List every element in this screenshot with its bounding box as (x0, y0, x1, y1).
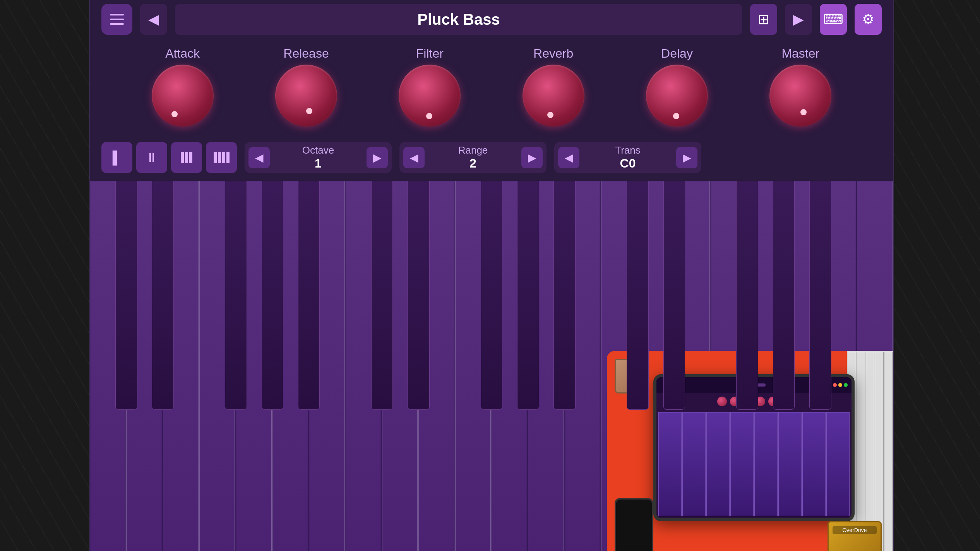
black-key-11[interactable] (663, 181, 685, 410)
reverb-knob-container: Reverb (523, 46, 584, 127)
attack-label: Attack (165, 46, 200, 61)
next-preset-button[interactable]: ▶ (785, 4, 812, 35)
tablet-key-5 (754, 412, 778, 516)
tablet-key-6 (778, 412, 802, 516)
control-bar: ▌ ⏸ (90, 134, 893, 181)
prev-preset-button[interactable]: ◀ (140, 4, 167, 35)
snapshot-icon: ⊞ (758, 11, 769, 27)
delay-knob[interactable] (646, 65, 708, 127)
tablet-piano-keys (658, 412, 850, 516)
octave-prev-button[interactable]: ◀ (248, 147, 270, 168)
master-knob-container: Master (769, 46, 831, 127)
range-prev-icon: ◀ (410, 151, 418, 164)
keyboard-icon: ⌨ (823, 11, 843, 27)
top-bar: ◀ Pluck Bass ⊞ ▶ ⌨ ⚙ (90, 0, 893, 39)
tablet-key-7 (802, 412, 826, 516)
range-prev-button[interactable]: ◀ (403, 147, 425, 168)
attack-knob-container: Attack (152, 46, 214, 127)
black-key-6[interactable] (408, 181, 430, 410)
delay-knob-container: Delay (646, 46, 708, 127)
filter-label: Filter (416, 46, 444, 61)
pause-button[interactable]: ⏸ (136, 142, 167, 173)
menu-line-1 (110, 14, 124, 15)
next-arrow-icon: ▶ (793, 11, 804, 27)
trans-prev-icon: ◀ (565, 151, 573, 164)
video-pedal: OverDrive (828, 521, 882, 551)
black-key-14[interactable] (809, 181, 831, 410)
preset-name-display: Pluck Bass (175, 4, 742, 35)
octave-next-icon: ▶ (373, 151, 382, 164)
range-control: ◀ Range 2 ▶ (399, 142, 547, 173)
master-knob[interactable] (769, 65, 831, 127)
video-key-5 (884, 352, 893, 551)
octave-value: 1 (274, 156, 363, 171)
black-key-13[interactable] (773, 181, 795, 410)
trans-control: ◀ Trans C0 ▶ (554, 142, 701, 173)
pedal-label: OverDrive (833, 526, 877, 534)
release-knob[interactable] (275, 65, 337, 127)
piano-area: OverDrive 📊 (90, 181, 893, 551)
reverb-knob[interactable] (523, 65, 584, 127)
reverb-knob-indicator (547, 112, 553, 118)
record-button[interactable] (206, 142, 237, 173)
right-decoration (891, 0, 980, 551)
black-key-3[interactable] (262, 181, 284, 410)
delay-label: Delay (661, 46, 693, 61)
stop-icon (181, 152, 192, 163)
video-phone (615, 498, 653, 551)
preset-name-text: Pluck Bass (417, 11, 500, 28)
menu-button[interactable] (101, 4, 132, 35)
snapshot-button[interactable]: ⊞ (750, 4, 777, 35)
black-key-0[interactable] (115, 181, 137, 410)
black-key-12[interactable] (736, 181, 758, 410)
playback-buttons: ▌ ⏸ (101, 142, 237, 173)
master-label: Master (781, 46, 819, 61)
prev-arrow-icon: ◀ (148, 11, 159, 27)
delay-knob-indicator (673, 113, 679, 119)
play-icon: ▌ (113, 151, 122, 165)
stop-button[interactable] (171, 142, 202, 173)
left-decoration (0, 0, 89, 551)
tablet-key-1 (658, 412, 682, 516)
tablet-knob-1 (717, 397, 727, 406)
settings-button[interactable]: ⚙ (855, 4, 882, 35)
settings-icon: ⚙ (862, 11, 874, 27)
tablet-key-8 (826, 412, 850, 516)
app-container: ◀ Pluck Bass ⊞ ▶ ⌨ ⚙ Attack (89, 0, 894, 551)
black-key-7[interactable] (481, 181, 503, 410)
trans-prev-button[interactable]: ◀ (558, 147, 579, 168)
release-label: Release (283, 46, 329, 61)
attack-knob-indicator (171, 111, 178, 117)
pause-icon: ⏸ (146, 151, 158, 165)
attack-knob[interactable] (152, 65, 214, 127)
filter-knob[interactable] (399, 65, 461, 127)
octave-next-button[interactable]: ▶ (367, 147, 388, 168)
trans-name: Trans (583, 144, 672, 156)
range-next-button[interactable]: ▶ (521, 147, 543, 168)
keyboard-button[interactable]: ⌨ (820, 4, 847, 35)
range-value: 2 (428, 156, 517, 171)
master-knob-indicator (800, 109, 807, 115)
black-key-8[interactable] (517, 181, 539, 410)
range-next-icon: ▶ (528, 151, 536, 164)
black-key-1[interactable] (152, 181, 174, 410)
black-key-4[interactable] (298, 181, 320, 410)
trans-next-button[interactable]: ▶ (676, 147, 697, 168)
octave-display: Octave 1 (274, 144, 363, 171)
range-name: Range (428, 144, 517, 156)
trans-display: Trans C0 (583, 144, 672, 171)
record-icon (214, 152, 230, 163)
release-knob-container: Release (275, 46, 337, 127)
black-key-9[interactable] (553, 181, 576, 410)
octave-name: Octave (274, 144, 363, 156)
filter-knob-container: Filter (399, 46, 461, 127)
black-key-2[interactable] (225, 181, 247, 410)
black-key-10[interactable] (627, 181, 649, 410)
range-display: Range 2 (428, 144, 517, 171)
filter-knob-indicator (426, 113, 432, 119)
reverb-label: Reverb (533, 46, 573, 61)
play-button[interactable]: ▌ (101, 142, 132, 173)
menu-line-3 (110, 23, 124, 25)
black-key-5[interactable] (371, 181, 393, 410)
knobs-section: Attack Release Filter (90, 39, 893, 134)
